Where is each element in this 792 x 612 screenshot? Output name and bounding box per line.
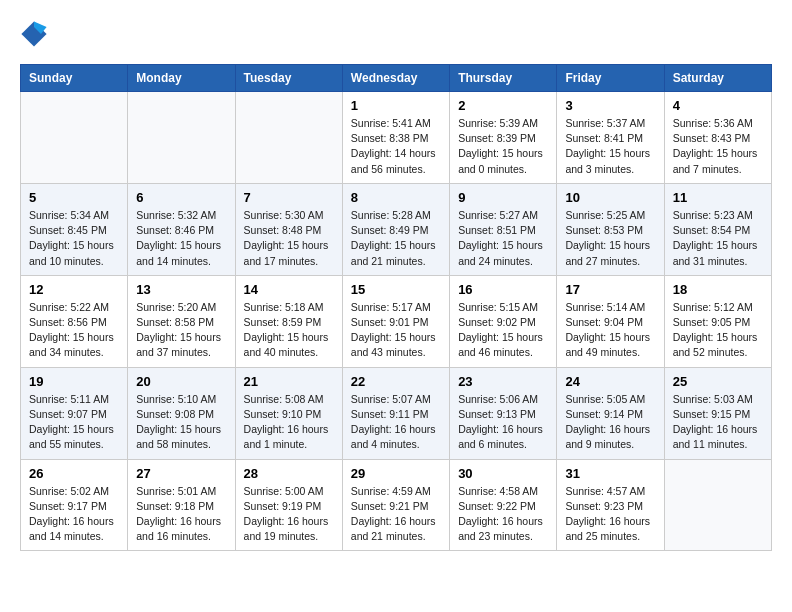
calendar-cell: 14Sunrise: 5:18 AM Sunset: 8:59 PM Dayli… (235, 275, 342, 367)
day-number: 29 (351, 466, 441, 481)
day-number: 3 (565, 98, 655, 113)
day-number: 21 (244, 374, 334, 389)
day-info: Sunrise: 5:23 AM Sunset: 8:54 PM Dayligh… (673, 208, 763, 269)
day-info: Sunrise: 5:05 AM Sunset: 9:14 PM Dayligh… (565, 392, 655, 453)
day-info: Sunrise: 5:34 AM Sunset: 8:45 PM Dayligh… (29, 208, 119, 269)
page-header (20, 20, 772, 48)
calendar-cell: 9Sunrise: 5:27 AM Sunset: 8:51 PM Daylig… (450, 183, 557, 275)
calendar-cell: 15Sunrise: 5:17 AM Sunset: 9:01 PM Dayli… (342, 275, 449, 367)
calendar-cell: 28Sunrise: 5:00 AM Sunset: 9:19 PM Dayli… (235, 459, 342, 551)
calendar-cell: 5Sunrise: 5:34 AM Sunset: 8:45 PM Daylig… (21, 183, 128, 275)
calendar-cell: 27Sunrise: 5:01 AM Sunset: 9:18 PM Dayli… (128, 459, 235, 551)
calendar-cell: 20Sunrise: 5:10 AM Sunset: 9:08 PM Dayli… (128, 367, 235, 459)
day-number: 19 (29, 374, 119, 389)
day-number: 31 (565, 466, 655, 481)
day-number: 23 (458, 374, 548, 389)
day-number: 7 (244, 190, 334, 205)
calendar-cell: 1Sunrise: 5:41 AM Sunset: 8:38 PM Daylig… (342, 92, 449, 184)
day-info: Sunrise: 4:58 AM Sunset: 9:22 PM Dayligh… (458, 484, 548, 545)
day-info: Sunrise: 5:32 AM Sunset: 8:46 PM Dayligh… (136, 208, 226, 269)
day-number: 15 (351, 282, 441, 297)
day-info: Sunrise: 5:00 AM Sunset: 9:19 PM Dayligh… (244, 484, 334, 545)
calendar-week-3: 12Sunrise: 5:22 AM Sunset: 8:56 PM Dayli… (21, 275, 772, 367)
day-number: 4 (673, 98, 763, 113)
day-info: Sunrise: 4:57 AM Sunset: 9:23 PM Dayligh… (565, 484, 655, 545)
day-info: Sunrise: 5:17 AM Sunset: 9:01 PM Dayligh… (351, 300, 441, 361)
calendar-cell: 29Sunrise: 4:59 AM Sunset: 9:21 PM Dayli… (342, 459, 449, 551)
day-info: Sunrise: 5:01 AM Sunset: 9:18 PM Dayligh… (136, 484, 226, 545)
day-info: Sunrise: 5:37 AM Sunset: 8:41 PM Dayligh… (565, 116, 655, 177)
calendar-cell: 12Sunrise: 5:22 AM Sunset: 8:56 PM Dayli… (21, 275, 128, 367)
day-info: Sunrise: 5:06 AM Sunset: 9:13 PM Dayligh… (458, 392, 548, 453)
day-number: 1 (351, 98, 441, 113)
day-info: Sunrise: 5:15 AM Sunset: 9:02 PM Dayligh… (458, 300, 548, 361)
day-number: 10 (565, 190, 655, 205)
day-info: Sunrise: 5:41 AM Sunset: 8:38 PM Dayligh… (351, 116, 441, 177)
calendar-week-4: 19Sunrise: 5:11 AM Sunset: 9:07 PM Dayli… (21, 367, 772, 459)
day-info: Sunrise: 5:36 AM Sunset: 8:43 PM Dayligh… (673, 116, 763, 177)
day-number: 14 (244, 282, 334, 297)
day-number: 9 (458, 190, 548, 205)
day-number: 16 (458, 282, 548, 297)
day-info: Sunrise: 5:20 AM Sunset: 8:58 PM Dayligh… (136, 300, 226, 361)
day-number: 12 (29, 282, 119, 297)
calendar-cell: 18Sunrise: 5:12 AM Sunset: 9:05 PM Dayli… (664, 275, 771, 367)
calendar-table: SundayMondayTuesdayWednesdayThursdayFrid… (20, 64, 772, 551)
day-info: Sunrise: 5:22 AM Sunset: 8:56 PM Dayligh… (29, 300, 119, 361)
calendar-week-1: 1Sunrise: 5:41 AM Sunset: 8:38 PM Daylig… (21, 92, 772, 184)
calendar-body: 1Sunrise: 5:41 AM Sunset: 8:38 PM Daylig… (21, 92, 772, 551)
day-number: 5 (29, 190, 119, 205)
calendar-cell (664, 459, 771, 551)
day-info: Sunrise: 5:28 AM Sunset: 8:49 PM Dayligh… (351, 208, 441, 269)
calendar-cell: 3Sunrise: 5:37 AM Sunset: 8:41 PM Daylig… (557, 92, 664, 184)
logo-icon (20, 20, 48, 48)
day-number: 26 (29, 466, 119, 481)
day-number: 27 (136, 466, 226, 481)
day-number: 11 (673, 190, 763, 205)
calendar-cell: 2Sunrise: 5:39 AM Sunset: 8:39 PM Daylig… (450, 92, 557, 184)
day-number: 20 (136, 374, 226, 389)
day-info: Sunrise: 5:30 AM Sunset: 8:48 PM Dayligh… (244, 208, 334, 269)
calendar-cell: 17Sunrise: 5:14 AM Sunset: 9:04 PM Dayli… (557, 275, 664, 367)
day-number: 13 (136, 282, 226, 297)
day-header-wednesday: Wednesday (342, 65, 449, 92)
calendar-cell: 22Sunrise: 5:07 AM Sunset: 9:11 PM Dayli… (342, 367, 449, 459)
calendar-cell: 31Sunrise: 4:57 AM Sunset: 9:23 PM Dayli… (557, 459, 664, 551)
calendar-cell: 24Sunrise: 5:05 AM Sunset: 9:14 PM Dayli… (557, 367, 664, 459)
calendar-cell (21, 92, 128, 184)
header-row: SundayMondayTuesdayWednesdayThursdayFrid… (21, 65, 772, 92)
day-number: 8 (351, 190, 441, 205)
calendar-cell: 7Sunrise: 5:30 AM Sunset: 8:48 PM Daylig… (235, 183, 342, 275)
calendar-cell: 21Sunrise: 5:08 AM Sunset: 9:10 PM Dayli… (235, 367, 342, 459)
day-info: Sunrise: 5:25 AM Sunset: 8:53 PM Dayligh… (565, 208, 655, 269)
logo (20, 20, 52, 48)
calendar-cell: 23Sunrise: 5:06 AM Sunset: 9:13 PM Dayli… (450, 367, 557, 459)
calendar-cell: 30Sunrise: 4:58 AM Sunset: 9:22 PM Dayli… (450, 459, 557, 551)
day-info: Sunrise: 4:59 AM Sunset: 9:21 PM Dayligh… (351, 484, 441, 545)
day-header-friday: Friday (557, 65, 664, 92)
day-number: 24 (565, 374, 655, 389)
calendar-cell: 11Sunrise: 5:23 AM Sunset: 8:54 PM Dayli… (664, 183, 771, 275)
calendar-cell: 10Sunrise: 5:25 AM Sunset: 8:53 PM Dayli… (557, 183, 664, 275)
calendar-cell (128, 92, 235, 184)
calendar-cell: 8Sunrise: 5:28 AM Sunset: 8:49 PM Daylig… (342, 183, 449, 275)
day-number: 22 (351, 374, 441, 389)
calendar-week-2: 5Sunrise: 5:34 AM Sunset: 8:45 PM Daylig… (21, 183, 772, 275)
day-header-saturday: Saturday (664, 65, 771, 92)
day-number: 17 (565, 282, 655, 297)
calendar-cell: 4Sunrise: 5:36 AM Sunset: 8:43 PM Daylig… (664, 92, 771, 184)
day-info: Sunrise: 5:12 AM Sunset: 9:05 PM Dayligh… (673, 300, 763, 361)
day-header-monday: Monday (128, 65, 235, 92)
day-number: 25 (673, 374, 763, 389)
day-info: Sunrise: 5:18 AM Sunset: 8:59 PM Dayligh… (244, 300, 334, 361)
day-number: 28 (244, 466, 334, 481)
day-number: 6 (136, 190, 226, 205)
day-info: Sunrise: 5:39 AM Sunset: 8:39 PM Dayligh… (458, 116, 548, 177)
day-info: Sunrise: 5:14 AM Sunset: 9:04 PM Dayligh… (565, 300, 655, 361)
day-info: Sunrise: 5:27 AM Sunset: 8:51 PM Dayligh… (458, 208, 548, 269)
day-info: Sunrise: 5:11 AM Sunset: 9:07 PM Dayligh… (29, 392, 119, 453)
day-header-tuesday: Tuesday (235, 65, 342, 92)
calendar-cell: 16Sunrise: 5:15 AM Sunset: 9:02 PM Dayli… (450, 275, 557, 367)
day-header-thursday: Thursday (450, 65, 557, 92)
calendar-cell: 19Sunrise: 5:11 AM Sunset: 9:07 PM Dayli… (21, 367, 128, 459)
